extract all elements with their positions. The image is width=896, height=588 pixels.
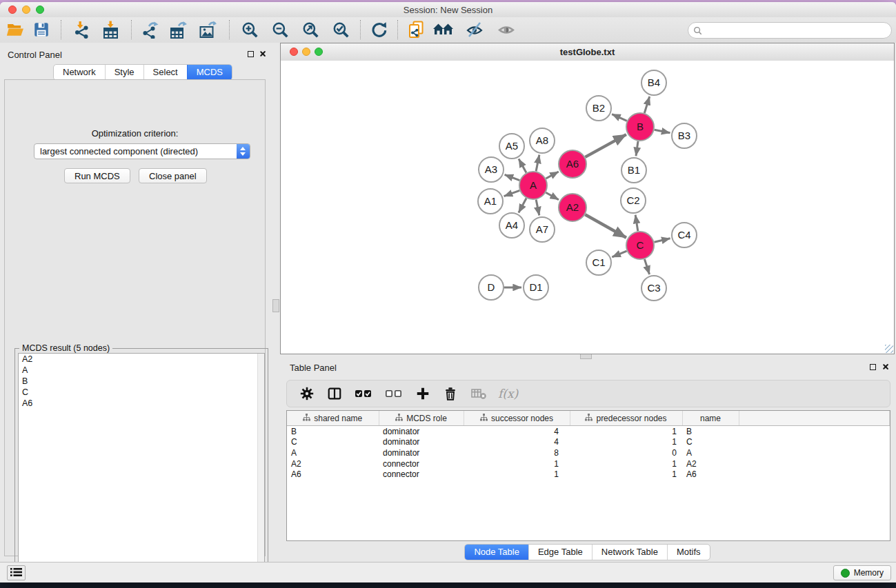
- column-header-name[interactable]: name: [682, 411, 739, 426]
- table-cell[interactable]: 1: [570, 426, 682, 437]
- node-A3[interactable]: A3: [479, 157, 504, 182]
- node-A7[interactable]: A7: [530, 217, 555, 242]
- column-header-predecessor-nodes[interactable]: predecessor nodes: [570, 411, 682, 426]
- node-B[interactable]: B: [626, 113, 654, 141]
- table-cell[interactable]: C: [287, 437, 379, 448]
- table-cell[interactable]: dominator: [379, 437, 464, 448]
- column-header-successor-nodes[interactable]: successor nodes: [464, 411, 570, 426]
- export-table-button[interactable]: [168, 20, 188, 39]
- node-C[interactable]: C: [626, 232, 654, 259]
- node-B3[interactable]: B3: [672, 123, 697, 148]
- table-cell[interactable]: 1: [570, 437, 682, 448]
- close-panel-button[interactable]: Close panel: [139, 168, 207, 183]
- table-panel-close-icon[interactable]: [882, 363, 889, 370]
- edge-B-B4[interactable]: [644, 97, 649, 113]
- edge-A-A2[interactable]: [546, 192, 559, 199]
- table-cell[interactable]: 4: [464, 437, 570, 448]
- panel-list-button[interactable]: [7, 565, 26, 580]
- edge-A-A5[interactable]: [519, 159, 526, 172]
- zoom-in-button[interactable]: [240, 20, 259, 39]
- node-B2[interactable]: B2: [586, 96, 611, 121]
- mcds-result-item[interactable]: C: [19, 387, 264, 398]
- table-cell[interactable]: A2: [682, 458, 739, 469]
- export-image-button[interactable]: [198, 20, 217, 39]
- table-cell[interactable]: 1: [464, 469, 570, 480]
- import-network-button[interactable]: [71, 20, 90, 39]
- table-cell[interactable]: [739, 458, 890, 469]
- zoom-fit-button[interactable]: [301, 20, 320, 39]
- zoom-selected-button[interactable]: [331, 20, 350, 39]
- column-header-MCDS-role[interactable]: MCDS role: [379, 411, 464, 426]
- node-A8[interactable]: A8: [530, 128, 555, 153]
- select-all-columns-button[interactable]: [355, 385, 372, 402]
- column-header-shared-name[interactable]: shared name: [287, 411, 379, 426]
- table-cell[interactable]: connector: [379, 458, 464, 469]
- edge-A-A8[interactable]: [536, 155, 539, 172]
- table-cell[interactable]: C: [682, 437, 739, 448]
- graphics-details-button[interactable]: [465, 20, 484, 39]
- node-A5[interactable]: A5: [499, 134, 524, 159]
- table-cell[interactable]: dominator: [379, 447, 464, 458]
- node-A4[interactable]: A4: [499, 213, 524, 238]
- edge-C-C1[interactable]: [612, 251, 626, 257]
- tab-network-table[interactable]: Network Table: [592, 545, 667, 560]
- table-row[interactable]: Bdominator41B: [287, 426, 890, 437]
- edge-C-C3[interactable]: [644, 259, 649, 274]
- delete-table-button[interactable]: [470, 385, 487, 402]
- table-cell[interactable]: [739, 437, 890, 448]
- mcds-result-item[interactable]: A: [19, 365, 264, 376]
- table-cell[interactable]: [739, 426, 890, 437]
- table-cell[interactable]: 1: [464, 458, 570, 469]
- network-canvas[interactable]: B4B2BB3A8A5A6A3B1AC2A1A2A4A7C4CC1C3DD1: [281, 61, 894, 354]
- mcds-result-item[interactable]: A6: [19, 398, 264, 409]
- edge-C-C2[interactable]: [635, 215, 638, 231]
- table-cell[interactable]: 1: [570, 469, 682, 480]
- table-cell[interactable]: B: [682, 426, 739, 437]
- hide-details-button[interactable]: [497, 20, 516, 39]
- edge-A-A6[interactable]: [546, 172, 558, 179]
- node-B1[interactable]: B1: [621, 158, 646, 183]
- create-column-button[interactable]: [415, 385, 430, 402]
- table-cell[interactable]: 1: [570, 458, 682, 469]
- edge-B-B1[interactable]: [636, 141, 638, 156]
- zoom-out-button[interactable]: [270, 20, 290, 39]
- vertical-split-handle[interactable]: [272, 299, 279, 312]
- tab-network[interactable]: Network: [54, 65, 105, 80]
- node-C3[interactable]: C3: [641, 276, 666, 301]
- node-A2[interactable]: A2: [559, 194, 586, 221]
- tab-node-table[interactable]: Node Table: [465, 545, 528, 560]
- memory-button[interactable]: Memory: [833, 565, 891, 580]
- table-panel-float-icon[interactable]: [870, 364, 876, 370]
- control-panel-close-icon[interactable]: [259, 50, 266, 57]
- table-cell[interactable]: 0: [570, 447, 682, 458]
- table-cell[interactable]: A: [682, 447, 739, 458]
- show-columns-button[interactable]: [327, 385, 342, 402]
- delete-columns-button[interactable]: [443, 385, 458, 402]
- edge-A-A1[interactable]: [504, 190, 520, 196]
- table-cell[interactable]: B: [287, 426, 379, 437]
- open-session-button[interactable]: [6, 20, 25, 39]
- node-A1[interactable]: A1: [478, 189, 503, 214]
- edge-A-A7[interactable]: [536, 200, 539, 216]
- run-mcds-button[interactable]: Run MCDS: [64, 168, 130, 183]
- mcds-result-item[interactable]: B: [19, 376, 264, 387]
- search-input[interactable]: [705, 24, 886, 37]
- table-cell[interactable]: A: [287, 447, 379, 458]
- resize-grip-icon[interactable]: [885, 345, 893, 353]
- node-C4[interactable]: C4: [672, 223, 697, 247]
- scrollbar-track[interactable]: [257, 354, 264, 582]
- table-settings-button[interactable]: [299, 385, 315, 402]
- table-row[interactable]: Cdominator41C: [287, 437, 890, 448]
- table-cell[interactable]: dominator: [379, 426, 464, 437]
- unselect-all-columns-button[interactable]: [385, 385, 403, 402]
- table-row[interactable]: A6connector11A6: [287, 469, 890, 480]
- mcds-result-item[interactable]: A2: [19, 354, 264, 365]
- save-session-button[interactable]: [32, 20, 51, 39]
- tab-mcds[interactable]: MCDS: [187, 65, 232, 80]
- node-A6[interactable]: A6: [559, 150, 586, 178]
- table-cell[interactable]: A6: [287, 469, 379, 480]
- tab-edge-table[interactable]: Edge Table: [528, 545, 592, 560]
- node-C2[interactable]: C2: [621, 188, 646, 213]
- first-neighbors-button[interactable]: [432, 20, 455, 39]
- criterion-dropdown[interactable]: largest connected component (directed): [34, 143, 250, 159]
